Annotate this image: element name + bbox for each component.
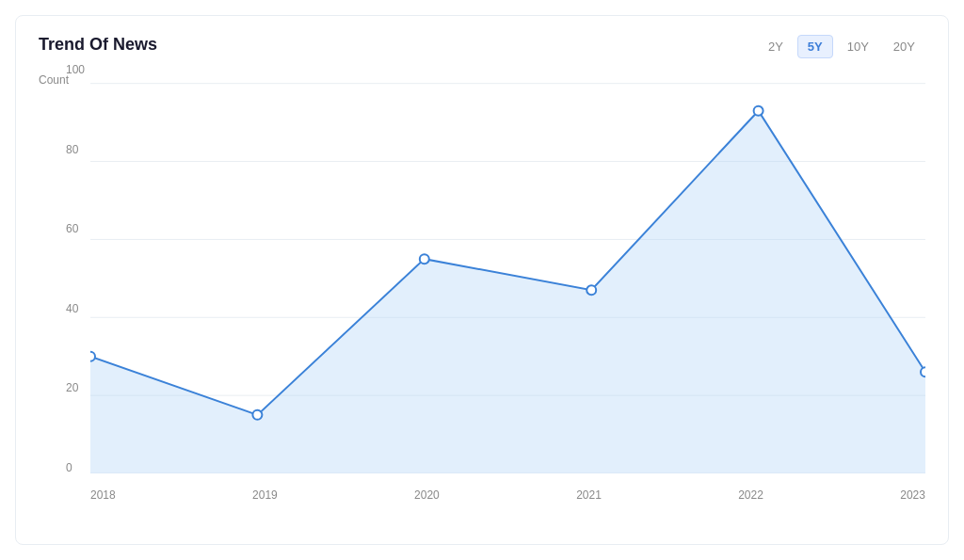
x-label: 2020 (414, 488, 440, 502)
svg-point-9 (586, 285, 596, 295)
chart-svg (90, 64, 925, 473)
x-label: 2023 (900, 488, 925, 502)
chart-area: Count 020406080100 201820192020202120222… (39, 64, 925, 502)
trend-card: Trend Of News 2Y 5Y 10Y 20Y Count 020406… (15, 15, 949, 545)
y-tick: 20 (66, 382, 85, 393)
x-label: 2022 (738, 488, 763, 502)
svg-point-10 (754, 106, 763, 116)
svg-point-7 (252, 410, 262, 420)
x-label: 2018 (90, 488, 116, 502)
x-labels: 201820192020202120222023 (90, 488, 925, 502)
filter-10y-button[interactable]: 10Y (837, 35, 879, 58)
svg-point-11 (921, 367, 925, 376)
filter-5y-button[interactable]: 5Y (797, 35, 833, 58)
filter-20y-button[interactable]: 20Y (883, 35, 925, 58)
y-tick: 80 (66, 144, 85, 155)
time-filter-group: 2Y 5Y 10Y 20Y (758, 35, 925, 58)
y-axis-label: Count (39, 73, 69, 87)
x-label: 2021 (576, 488, 602, 502)
x-label: 2019 (252, 488, 278, 502)
y-tick: 60 (66, 223, 85, 234)
y-tick: 100 (66, 64, 85, 75)
filter-2y-button[interactable]: 2Y (758, 35, 794, 58)
svg-point-6 (90, 352, 95, 361)
svg-point-8 (420, 254, 429, 264)
y-tick: 40 (66, 303, 85, 314)
y-tick: 0 (66, 462, 85, 473)
chart-container: Count 020406080100 201820192020202120222… (39, 64, 925, 502)
